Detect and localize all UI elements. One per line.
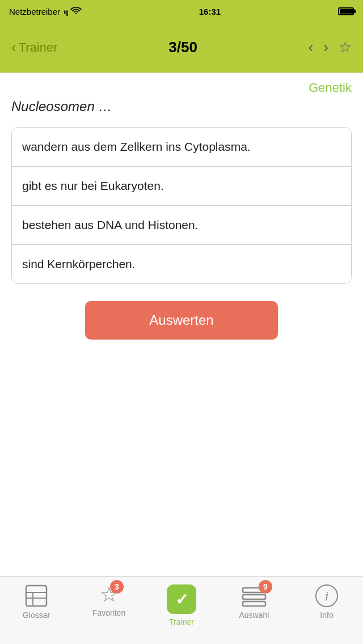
trainer-icon-wrap: ✓ xyxy=(167,584,196,614)
tab-trainer-label: Trainer xyxy=(169,617,194,626)
tab-glossar-label: Glossar xyxy=(23,611,50,620)
favorite-star-icon[interactable]: ☆ xyxy=(339,39,352,56)
favoriten-icon-wrap: ☆ 3 xyxy=(100,584,118,605)
nav-title: 3/50 xyxy=(168,39,197,56)
content-area: Genetik Nucleosomen … wandern aus dem Ze… xyxy=(0,73,363,340)
svg-rect-5 xyxy=(243,595,265,599)
svg-rect-6 xyxy=(243,601,265,606)
tab-info[interactable]: i Info xyxy=(290,584,363,620)
tab-info-label: Info xyxy=(320,611,333,620)
trainer-checkmark-icon: ✓ xyxy=(175,590,188,609)
wifi-icon: 𝛈 xyxy=(64,6,82,16)
status-bar-right xyxy=(338,7,354,15)
favoriten-badge: 3 xyxy=(110,580,124,594)
back-label: Trainer xyxy=(19,40,58,55)
status-bar-time: 16:31 xyxy=(199,7,221,16)
auswahl-badge: 9 xyxy=(259,580,272,594)
category-label: Genetik xyxy=(11,80,352,95)
glossar-icon-wrap xyxy=(24,584,49,607)
svg-rect-0 xyxy=(26,586,47,606)
answers-container: wandern aus dem Zellkern ins Cytoplasma.… xyxy=(11,127,352,284)
trainer-icon-bg: ✓ xyxy=(167,584,196,614)
tab-glossar[interactable]: Glossar xyxy=(0,584,73,620)
answer-option-4[interactable]: sind Kernkörperchen. xyxy=(12,245,351,283)
info-circle-icon: i xyxy=(315,584,338,607)
tab-favoriten[interactable]: ☆ 3 Favoriten xyxy=(73,584,145,617)
carrier-label: Netzbetreiber xyxy=(9,7,60,16)
status-bar: Netzbetreiber 𝛈 16:31 xyxy=(0,0,363,23)
prev-arrow-icon[interactable]: ‹ xyxy=(309,39,314,56)
question-text: Nucleosomen … xyxy=(11,99,352,115)
tab-favoriten-label: Favoriten xyxy=(92,608,125,617)
answer-option-3[interactable]: bestehen aus DNA und Histonen. xyxy=(12,206,351,245)
tab-trainer[interactable]: ✓ Trainer xyxy=(145,584,218,626)
auswahl-icon-wrap: 9 xyxy=(242,584,267,607)
back-button[interactable]: ‹ Trainer xyxy=(11,39,58,56)
nav-bar: ‹ Trainer 3/50 ‹ › ☆ xyxy=(0,23,363,73)
glossar-icon xyxy=(24,584,49,607)
next-arrow-icon[interactable]: › xyxy=(323,39,328,56)
tab-bar: Glossar ☆ 3 Favoriten ✓ Trainer 9 Auswah… xyxy=(0,576,363,644)
answer-option-2[interactable]: gibt es nur bei Eukaryoten. xyxy=(12,167,351,206)
back-chevron-icon: ‹ xyxy=(11,39,16,56)
tab-auswahl-label: Auswahl xyxy=(239,611,269,620)
tab-auswahl[interactable]: 9 Auswahl xyxy=(218,584,290,620)
answer-option-1[interactable]: wandern aus dem Zellkern ins Cytoplasma. xyxy=(12,128,351,167)
status-bar-left: Netzbetreiber 𝛈 xyxy=(9,6,82,16)
auswerten-button[interactable]: Auswerten xyxy=(85,301,278,340)
battery-icon xyxy=(338,7,354,15)
nav-right-controls: ‹ › ☆ xyxy=(309,39,352,56)
info-icon-wrap: i xyxy=(315,584,338,607)
